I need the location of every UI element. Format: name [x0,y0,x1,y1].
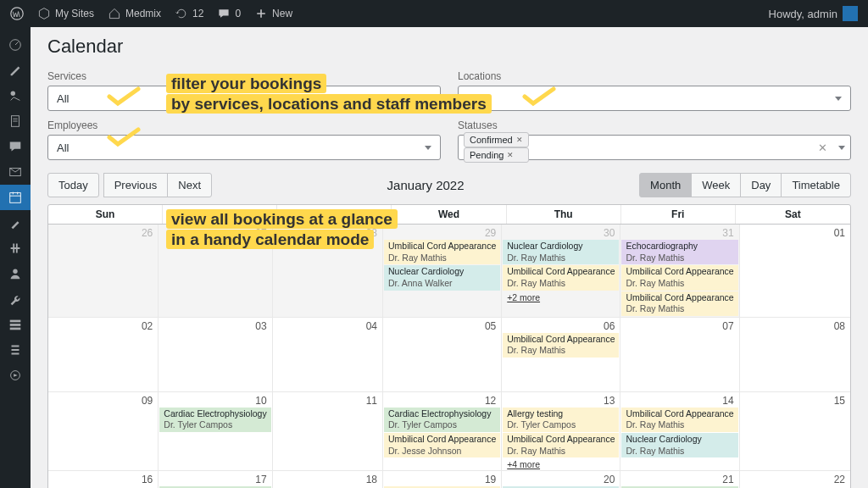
side-mail[interactable] [0,159,31,185]
prev-button[interactable]: Previous [103,173,169,197]
services-select[interactable]: All [47,86,441,111]
day-header: Mon [163,205,277,224]
calendar-cell[interactable]: 22 [740,471,850,488]
calendar-event[interactable]: Umbilical Cord AppearanceDr. Ray Mathis [503,433,619,458]
day-number: 06 [604,320,615,332]
day-number: 31 [722,227,733,239]
calendar-cell[interactable]: 19Umbilical Cord AppearanceDr. Ray Mathi… [383,471,502,488]
calendar-event[interactable]: Umbilical Cord AppearanceDr. Ray Mathis [384,240,500,264]
refresh-link[interactable]: 12 [175,7,203,20]
calendar-event[interactable]: Cardiac ElectrophysiologyDr. Tyler Campo… [384,408,500,432]
day-number: 10 [255,395,266,407]
tag-remove-icon[interactable]: ✕ [516,136,523,144]
day-number: 28 [366,227,377,239]
calendar-event[interactable]: Umbilical Cord AppearanceDr. Ray Mathis [621,408,737,432]
day-number: 27 [255,227,266,239]
clear-icon[interactable]: ✕ [818,141,827,154]
calendar-cell[interactable]: 28 [273,225,383,318]
day-number: 09 [142,395,153,407]
calendar-cell[interactable]: 20Nuclear CardiologyDr. Anna Walker [502,471,620,488]
new-link[interactable]: New [254,7,292,20]
status-tag[interactable]: Pending ✕ [464,147,529,163]
calendar-cell[interactable]: 04 [273,318,383,392]
svg-rect-9 [10,328,21,330]
next-button[interactable]: Next [167,173,212,197]
statuses-label: Statuses [458,119,851,131]
calendar-cell[interactable]: 08 [740,318,850,392]
more-events-link[interactable]: +4 more [503,458,619,470]
side-users[interactable] [0,261,31,286]
side-misc1[interactable] [0,337,31,363]
statuses-select[interactable]: Confirmed ✕Pending ✕ ✕ [458,135,851,160]
calendar-event[interactable]: Nuclear CardiologyDr. Ray Mathis [503,240,619,264]
calendar-cell[interactable]: 01 [740,225,850,318]
calendar-cell[interactable]: 02 [48,318,159,392]
svg-rect-8 [10,324,21,326]
calendar-cell[interactable]: 21Cardiac ElectrophysiologyDr. Ray Mathi… [620,471,739,488]
day-number: 14 [722,395,733,407]
side-dashboard[interactable] [0,32,31,58]
my-sites-link[interactable]: My Sites [37,7,94,20]
calendar-event[interactable]: Umbilical Cord AppearanceDr. Ray Mathis [621,265,737,290]
side-calendar[interactable] [0,185,31,210]
side-pages[interactable] [0,108,31,134]
day-view-button[interactable]: Day [740,173,782,197]
calendar-cell[interactable]: 31EchocardiographyDr. Ray MathisUmbilica… [620,225,739,318]
calendar-event[interactable]: Nuclear CardiologyDr. Ray Mathis [621,433,737,458]
side-comments[interactable] [0,134,31,159]
chevron-down-icon [835,97,842,101]
calendar-event[interactable]: Umbilical Cord AppearanceDr. Jesse Johns… [384,433,500,458]
calendar-event[interactable]: Allergy testingDr. Tyler Campos [503,408,619,432]
site-name-link[interactable]: Medmix [108,7,161,20]
calendar-cell[interactable]: 03 [159,318,272,392]
week-view-button[interactable]: Week [691,173,741,197]
side-settings[interactable] [0,312,31,337]
employees-select[interactable]: All [47,135,441,160]
calendar-cell[interactable]: 16 [48,471,159,488]
calendar-cell[interactable]: 26 [48,225,159,318]
side-plugins[interactable] [0,236,31,261]
locations-select[interactable]: All [458,86,851,111]
calendar-cell[interactable]: 11 [273,392,383,472]
calendar-cell[interactable]: 13Allergy testingDr. Tyler CamposUmbilic… [502,392,620,472]
howdy-user[interactable]: Howdy, admin [769,6,858,21]
day-number: 22 [834,474,845,485]
locations-label: Locations [458,70,851,82]
calendar-event[interactable]: Umbilical Cord AppearanceDr. Ray Mathis [503,265,619,290]
day-number: 30 [604,227,615,239]
side-misc2[interactable] [0,363,31,388]
status-tag[interactable]: Confirmed ✕ [464,132,529,147]
calendar-cell[interactable]: 29Umbilical Cord AppearanceDr. Ray Mathi… [383,225,502,318]
calendar-event[interactable]: Umbilical Cord AppearanceDr. Ray Mathis [503,333,619,358]
calendar-cell[interactable]: 12Cardiac ElectrophysiologyDr. Tyler Cam… [383,392,502,472]
month-view-button[interactable]: Month [639,173,692,197]
calendar-cell[interactable]: 10Cardiac ElectrophysiologyDr. Tyler Cam… [159,392,272,472]
day-number: 26 [142,227,153,239]
calendar-cell[interactable]: 07 [620,318,739,392]
calendar-cell[interactable]: 15 [740,392,850,472]
side-appearance[interactable] [0,210,31,236]
calendar-cell[interactable]: 14Umbilical Cord AppearanceDr. Ray Mathi… [620,392,739,472]
today-button[interactable]: Today [47,173,99,197]
calendar-cell[interactable]: 09 [48,392,159,472]
calendar-cell[interactable]: 18 [273,471,383,488]
admin-sidebar [0,27,31,488]
tag-remove-icon[interactable]: ✕ [507,151,514,159]
calendar-event[interactable]: Nuclear CardiologyDr. Anna Walker [384,265,500,290]
calendar-cell[interactable]: 27 [159,225,272,318]
more-events-link[interactable]: +2 more [503,291,619,303]
calendar-event[interactable]: EchocardiographyDr. Ray Mathis [621,240,737,264]
calendar-cell[interactable]: 05 [383,318,502,392]
calendar-cell[interactable]: 17Cardiac ElectrophysiologyDr. Ray Mathi… [159,471,272,488]
day-number: 05 [485,320,496,332]
side-tools[interactable] [0,286,31,312]
calendar-event[interactable]: Umbilical Cord AppearanceDr. Ray Mathis [621,291,737,316]
calendar-cell[interactable]: 30Nuclear CardiologyDr. Ray MathisUmbili… [502,225,620,318]
calendar-event[interactable]: Cardiac ElectrophysiologyDr. Tyler Campo… [159,408,270,432]
wp-logo[interactable] [10,7,24,20]
side-media[interactable] [0,83,31,108]
comments-link[interactable]: 0 [217,7,241,20]
side-posts[interactable] [0,58,31,83]
timetable-view-button[interactable]: Timetable [781,173,851,197]
calendar-cell[interactable]: 06Umbilical Cord AppearanceDr. Ray Mathi… [502,318,620,392]
